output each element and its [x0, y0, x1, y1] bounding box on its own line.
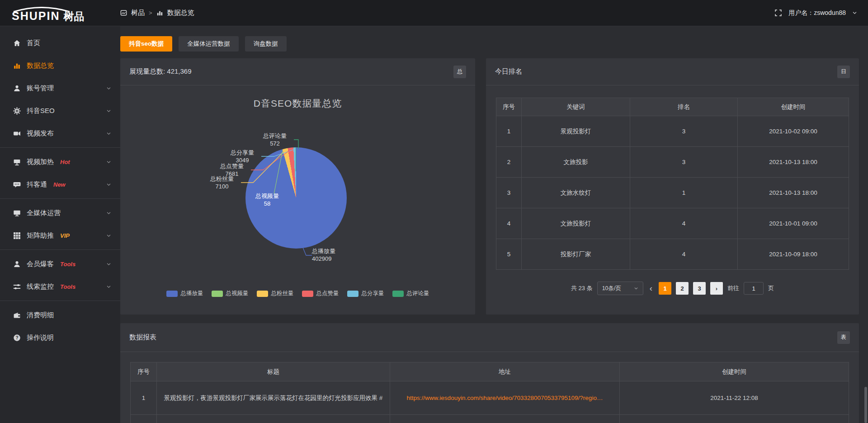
chevron-down-icon[interactable] [852, 10, 857, 15]
daily-toggle-button[interactable]: 日 [837, 66, 850, 78]
sidebar-divider [0, 249, 120, 250]
breadcrumb: 树品 > 数据总览 [120, 9, 194, 17]
ranking-panel-body: 序号 关键词 排名 创建时间 1景观投影灯32021-10-02 09:00 [486, 98, 859, 295]
tab-douyin-seo-data[interactable]: 抖音seo数据 [120, 36, 172, 52]
chevron-down-icon [106, 108, 111, 113]
pie-chart: D音SEO数据量总览 总评论量572 总分享量3049 [120, 85, 475, 314]
report-panel: 数据报表 表 序号 标题 地址 创建时间 [120, 323, 859, 423]
pie-label-fans: 总粉丝量7100 [203, 175, 241, 190]
new-badge: New [53, 181, 66, 188]
chart-title: D音SEO数据量总览 [120, 97, 475, 110]
page-button-1[interactable]: 1 [659, 282, 671, 295]
sidebar-item-video-publish[interactable]: 视频发布 [0, 122, 120, 145]
goto-label: 前往 [727, 284, 739, 292]
topbar: SHUPIN 树品 树品 > 数据总览 用户名：zswodun88 [0, 0, 868, 26]
panels-row: 展现量总数: 421,369 总 D音SEO数据量总览 [120, 58, 859, 315]
total-toggle-button[interactable]: 总 [453, 66, 466, 78]
sidebar-item-label: 线索监控 [27, 282, 54, 291]
goto-page-input[interactable] [744, 282, 764, 295]
page-size-select[interactable]: 10条/页 [597, 282, 643, 295]
legend-swatch [212, 291, 223, 297]
legend-swatch [392, 291, 404, 297]
col-title: 标题 [157, 362, 390, 381]
table-toggle-button[interactable]: 表 [837, 331, 850, 344]
chevron-down-icon [106, 233, 111, 238]
chevron-down-icon [106, 131, 111, 136]
tools-badge: Tools [60, 261, 75, 268]
tab-omnimedia-data[interactable]: 全媒体运营数据 [179, 36, 239, 52]
page-button-2[interactable]: 2 [676, 282, 689, 295]
video-camera-icon [13, 129, 21, 137]
legend-item[interactable]: 总点赞量 [302, 290, 339, 297]
legend-swatch [257, 291, 268, 297]
tools-badge: Tools [60, 283, 75, 290]
impressions-total: 展现量总数: 421,369 [129, 67, 192, 76]
pie-label-videos: 总视频量58 [249, 192, 285, 207]
next-page-button[interactable]: › [710, 282, 723, 295]
col-keyword: 关键词 [522, 98, 630, 116]
sidebar-item-spend-detail[interactable]: 消费明细 [0, 304, 120, 326]
sidebar-item-member-burst[interactable]: 会员爆客 Tools [0, 253, 120, 275]
breadcrumb-item-shupin[interactable]: 树品 [131, 9, 145, 17]
breadcrumb-item-overview[interactable]: 数据总览 [167, 9, 194, 17]
table-row: 5投影灯厂家42021-10-09 18:00 [496, 239, 849, 270]
sidebar-divider [0, 198, 120, 199]
table-row: 1 景观投影灯，夜游景观投影灯厂家展示展示落花灯在花园里的灯光投影应用效果 # … [131, 381, 849, 415]
sidebar-item-label: 消费明细 [27, 311, 54, 320]
legend-item[interactable]: 总分享量 [347, 290, 384, 297]
overview-panel: 展现量总数: 421,369 总 D音SEO数据量总览 [120, 58, 475, 315]
sidebar-item-label: 会员爆客 [27, 260, 54, 268]
legend-item[interactable]: 总粉丝量 [257, 290, 294, 297]
fullscreen-icon[interactable] [774, 9, 782, 17]
col-created: 创建时间 [620, 362, 849, 381]
ranking-panel: 今日排名 日 序号 关键词 排名 创建时间 [486, 58, 859, 315]
page-button-3[interactable]: 3 [693, 282, 706, 295]
sidebar-item-omnimedia[interactable]: 全媒体运营 [0, 202, 120, 224]
table-row: 4文旅投影灯42021-10-01 09:00 [496, 208, 849, 239]
question-circle-icon: ? [13, 334, 21, 342]
pagination-total: 共 23 条 [571, 284, 593, 292]
gear-icon [13, 107, 21, 115]
sidebar-item-account[interactable]: 账号管理 [0, 77, 120, 99]
legend-item[interactable]: 总播放量 [166, 290, 203, 297]
sidebar-item-data-overview[interactable]: 数据总览 [0, 54, 120, 77]
prev-page-button[interactable]: ‹ [648, 283, 654, 293]
sidebar-item-help[interactable]: ? 操作说明 [0, 326, 120, 349]
member-icon [13, 260, 21, 268]
legend-swatch [347, 291, 359, 297]
logo-arc-icon [12, 7, 71, 12]
chevron-down-icon [634, 286, 638, 291]
ranking-table: 序号 关键词 排名 创建时间 1景观投影灯32021-10-02 09:00 [496, 98, 849, 270]
sidebar-item-label: 全媒体运营 [27, 209, 61, 217]
legend-item[interactable]: 总评论量 [392, 290, 429, 297]
sidebar-item-video-heat[interactable]: 视频加热 Hot [0, 150, 120, 173]
sidebar-item-label: 视频发布 [27, 129, 54, 138]
grid-icon [13, 231, 21, 240]
overview-panel-header: 展现量总数: 421,369 总 [120, 58, 475, 85]
sidebar-item-douketong[interactable]: 抖客通 New [0, 173, 120, 196]
ranking-panel-header: 今日排名 日 [486, 58, 859, 85]
video-link[interactable]: https://www.iesdouyin.com/share/video/70… [395, 395, 615, 401]
sidebar-item-douyin-seo[interactable]: 抖音SEO [0, 99, 120, 122]
logo: SHUPIN 树品 [0, 4, 120, 22]
sidebar: 首页 数据总览 账号管理 抖音SEO 视频发布 视频加热 Hot [0, 26, 120, 423]
legend-swatch [166, 291, 178, 297]
sidebar-item-label: 数据总览 [27, 61, 54, 70]
svg-text:?: ? [15, 335, 18, 340]
tab-inquiry-data[interactable]: 询盘数据 [245, 36, 287, 52]
chevron-down-icon [106, 262, 111, 267]
legend-item[interactable]: 总视频量 [212, 290, 249, 297]
sidebar-item-label: 矩阵助推 [27, 231, 54, 240]
sidebar-item-lead-monitor[interactable]: 线索监控 Tools [0, 275, 120, 298]
report-panel-body: 序号 标题 地址 创建时间 1 景观投影灯，夜游景观投影灯厂家展示展示落花灯在花… [120, 362, 859, 423]
sidebar-item-home[interactable]: 首页 [0, 32, 120, 54]
col-rank: 排名 [630, 98, 738, 116]
app-window-icon [120, 9, 127, 16]
chevron-down-icon [106, 86, 111, 91]
username[interactable]: 用户名：zswodun88 [788, 9, 846, 17]
sidebar-item-matrix-boost[interactable]: 矩阵助推 VIP [0, 224, 120, 247]
sidebar-divider [0, 301, 120, 301]
sidebar-item-label: 视频加热 [27, 158, 54, 166]
page-scrollbar[interactable] [864, 387, 867, 423]
sidebar-item-label: 操作说明 [27, 334, 54, 342]
